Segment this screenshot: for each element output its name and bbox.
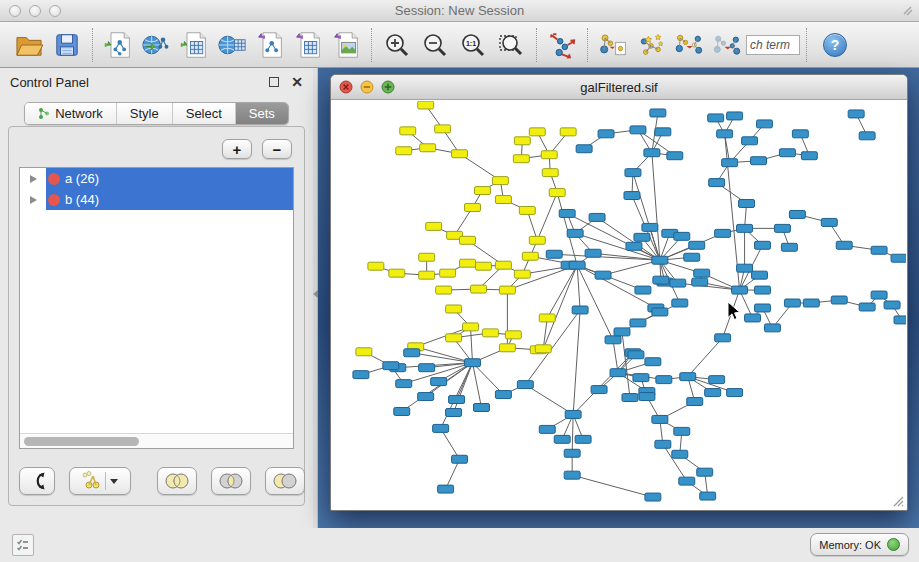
split-set-button[interactable] xyxy=(19,467,55,495)
import-table-file-button[interactable] xyxy=(175,26,213,64)
graph-node[interactable] xyxy=(757,120,773,128)
graph-node[interactable] xyxy=(697,468,713,476)
graph-node[interactable] xyxy=(779,149,795,157)
graph-node[interactable] xyxy=(589,213,605,221)
dropdown-caret-icon[interactable] xyxy=(110,479,118,484)
graph-node[interactable] xyxy=(709,179,725,187)
graph-node[interactable] xyxy=(463,323,479,331)
graph-node[interactable] xyxy=(492,177,508,185)
import-network-file-button[interactable] xyxy=(99,26,137,64)
graph-node[interactable] xyxy=(650,109,666,117)
graph-node[interactable] xyxy=(542,169,558,177)
graph-node[interactable] xyxy=(482,329,498,337)
union-button[interactable] xyxy=(157,467,197,495)
graph-node[interactable] xyxy=(595,271,611,279)
graph-node[interactable] xyxy=(438,485,454,493)
import-network-url-button[interactable] xyxy=(137,26,175,64)
graph-node[interactable] xyxy=(774,224,790,232)
minimize-view-icon[interactable] xyxy=(360,80,374,94)
graph-node[interactable] xyxy=(517,381,533,389)
graph-edge[interactable] xyxy=(441,428,460,459)
graph-node[interactable] xyxy=(684,253,700,261)
graph-node[interactable] xyxy=(433,424,449,432)
zoom-out-button[interactable] xyxy=(416,26,454,64)
graph-node[interactable] xyxy=(732,286,748,294)
help-button[interactable]: ? xyxy=(823,33,847,57)
task-history-button[interactable] xyxy=(12,534,34,556)
zoom-fit-button[interactable] xyxy=(492,26,530,64)
graph-node[interactable] xyxy=(564,449,580,457)
graph-node[interactable] xyxy=(656,376,672,384)
graph-node[interactable] xyxy=(559,209,575,217)
graph-edge[interactable] xyxy=(622,332,630,398)
graph-node[interactable] xyxy=(884,301,900,309)
graph-node[interactable] xyxy=(419,253,435,261)
graph-node[interactable] xyxy=(628,351,644,359)
graph-node[interactable] xyxy=(674,427,690,435)
graph-node[interactable] xyxy=(655,128,671,136)
select-from-file-button[interactable] xyxy=(594,26,632,64)
graph-node[interactable] xyxy=(705,389,721,397)
graph-node[interactable] xyxy=(739,200,755,208)
graph-edge[interactable] xyxy=(454,363,473,413)
graph-node[interactable] xyxy=(394,407,410,415)
graph-node[interactable] xyxy=(751,157,767,165)
graph-node[interactable] xyxy=(784,299,800,307)
graph-node[interactable] xyxy=(569,261,585,269)
zoom-in-button[interactable] xyxy=(378,26,416,64)
graph-node[interactable] xyxy=(680,373,696,381)
graph-node[interactable] xyxy=(576,145,592,153)
graph-node[interactable] xyxy=(689,241,705,249)
graph-node[interactable] xyxy=(549,189,565,197)
save-session-button[interactable] xyxy=(48,26,86,64)
graph-node[interactable] xyxy=(803,299,819,307)
float-panel-icon[interactable] xyxy=(269,77,279,87)
graph-node[interactable] xyxy=(755,286,771,294)
graph-node[interactable] xyxy=(655,440,671,448)
graph-edge[interactable] xyxy=(537,193,557,241)
graph-edge[interactable] xyxy=(572,414,573,453)
zoom-actual-size-button[interactable]: 1:1 xyxy=(454,26,492,64)
graph-node[interactable] xyxy=(622,394,638,402)
graph-edge[interactable] xyxy=(572,475,653,497)
memory-status-button[interactable]: Memory: OK xyxy=(810,533,909,556)
search-input[interactable] xyxy=(746,35,800,55)
graph-node[interactable] xyxy=(645,358,661,366)
export-image-button[interactable] xyxy=(327,26,365,64)
graph-node[interactable] xyxy=(639,393,655,401)
export-network-button[interactable] xyxy=(251,26,289,64)
graph-node[interactable] xyxy=(426,222,442,230)
network-canvas[interactable] xyxy=(332,101,906,509)
graph-node[interactable] xyxy=(572,306,588,314)
graph-node[interactable] xyxy=(709,376,725,384)
graph-node[interactable] xyxy=(610,369,626,377)
graph-node[interactable] xyxy=(755,304,771,312)
apply-selection-button[interactable] xyxy=(670,26,708,64)
graph-edge[interactable] xyxy=(525,385,573,415)
graph-node[interactable] xyxy=(634,233,650,241)
graph-node[interactable] xyxy=(539,314,555,322)
graph-node[interactable] xyxy=(418,393,434,401)
tab-sets[interactable]: Sets xyxy=(235,103,288,124)
graph-node[interactable] xyxy=(431,378,447,386)
graph-node[interactable] xyxy=(460,236,476,244)
graph-node[interactable] xyxy=(522,252,538,260)
graph-node[interactable] xyxy=(495,196,511,204)
graph-edge[interactable] xyxy=(603,260,660,275)
add-set-button[interactable]: + xyxy=(222,139,252,159)
graph-node[interactable] xyxy=(653,276,669,284)
graph-edge[interactable] xyxy=(573,310,580,414)
graph-node[interactable] xyxy=(499,286,515,294)
graph-node[interactable] xyxy=(859,132,875,140)
graph-node[interactable] xyxy=(404,349,420,357)
network-window-titlebar[interactable]: galFiltered.sif xyxy=(331,75,907,100)
graph-node[interactable] xyxy=(717,130,733,138)
graph-node[interactable] xyxy=(644,149,660,157)
graph-node[interactable] xyxy=(672,450,688,458)
tab-network[interactable]: Network xyxy=(25,103,116,124)
create-set-from-network-button[interactable] xyxy=(69,467,131,495)
intersection-button[interactable] xyxy=(211,467,251,495)
graph-node[interactable] xyxy=(624,192,640,200)
apply-layout-button[interactable] xyxy=(543,26,581,64)
network-graph[interactable] xyxy=(332,101,906,509)
